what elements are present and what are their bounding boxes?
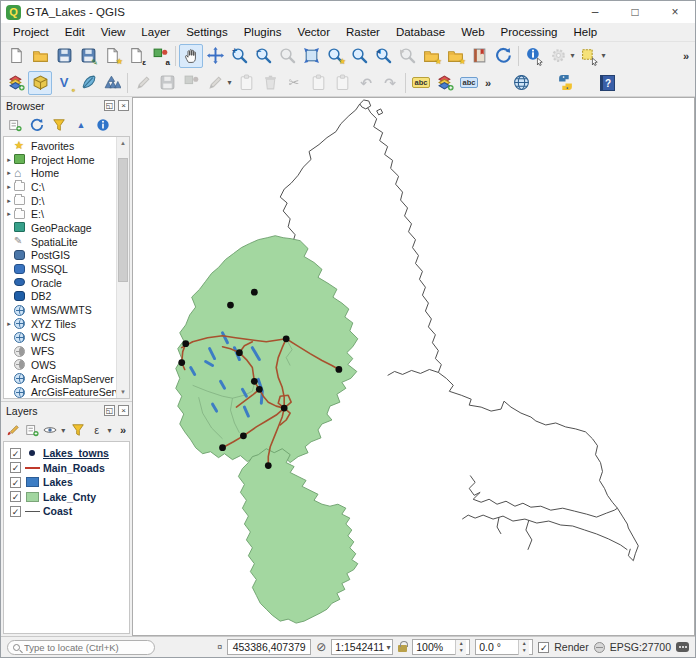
lock-scale-icon[interactable]	[398, 645, 407, 652]
scale-dropdown-icon[interactable]: ▾	[384, 643, 393, 652]
layer-row-lakes-towns[interactable]: ✓ Lakes_towns	[4, 446, 129, 461]
maximize-button[interactable]: □	[615, 1, 655, 23]
browser-collapse-button[interactable]: ▲	[71, 116, 91, 135]
new-mesh-button[interactable]	[100, 71, 124, 95]
browser-item-drive-c[interactable]: ▸C:\	[4, 180, 116, 194]
zoom-native-button[interactable]	[275, 44, 299, 68]
layers-float-button[interactable]: ◱	[104, 405, 115, 416]
extents-toggle-icon[interactable]: ⊘	[316, 640, 326, 654]
expander-icon[interactable]: ▸	[4, 197, 14, 205]
toolbar1-overflow-button[interactable]: »	[679, 50, 693, 62]
new-project-button[interactable]	[4, 44, 28, 68]
render-checkbox[interactable]: ✓	[538, 642, 549, 653]
browser-scrollbar[interactable]: ▲ ▼	[116, 137, 129, 398]
menu-database[interactable]: Database	[388, 24, 453, 40]
browser-properties-button[interactable]	[93, 116, 113, 135]
browser-item-xyz[interactable]: ▸XYZ Tiles	[4, 317, 116, 331]
toolbar2-overflow-button[interactable]: »	[481, 77, 495, 89]
zoom-in-button[interactable]: +	[227, 44, 251, 68]
layer-checkbox[interactable]: ✓	[10, 491, 21, 502]
filter-expression-button[interactable]: ε	[88, 421, 105, 440]
filter-legend-button[interactable]	[70, 421, 87, 440]
browser-refresh-button[interactable]	[27, 116, 47, 135]
refresh-button[interactable]	[491, 44, 515, 68]
browser-item-wcs[interactable]: WCS	[4, 331, 116, 345]
layers-close-button[interactable]: ×	[118, 405, 129, 416]
menu-processing[interactable]: Processing	[493, 24, 566, 40]
coordinate-display[interactable]: 453386,407379	[227, 639, 311, 655]
save-project-as-button[interactable]: ✎	[76, 44, 100, 68]
python-console-button[interactable]	[553, 71, 577, 95]
cut-button[interactable]: ✂	[282, 71, 306, 95]
layer-checkbox[interactable]: ✓	[10, 506, 21, 517]
highlight-labels-button[interactable]: abc	[457, 71, 481, 95]
modify-attributes-button[interactable]	[234, 71, 258, 95]
browser-item-drive-e[interactable]: ▸E:\	[4, 207, 116, 221]
browser-item-wms[interactable]: WMS/WMTS	[4, 303, 116, 317]
browser-item-ows[interactable]: OWS	[4, 358, 116, 372]
help-button[interactable]: ?	[595, 71, 619, 95]
browser-item-mssql[interactable]: MSSQL	[4, 262, 116, 276]
redo-button[interactable]: ↷	[378, 71, 402, 95]
zoom-out-button[interactable]: −	[251, 44, 275, 68]
browser-item-project-home[interactable]: ▸Project Home	[4, 153, 116, 167]
add-feature-button[interactable]	[179, 71, 203, 95]
zoom-next-button[interactable]: ▸	[395, 44, 419, 68]
layer-styling-button[interactable]	[5, 421, 22, 440]
labeling-button[interactable]: abc	[409, 71, 433, 95]
identify-button[interactable]	[522, 44, 546, 68]
browser-item-wfs[interactable]: WFS	[4, 344, 116, 358]
zoom-full-button[interactable]	[299, 44, 323, 68]
save-edits-button[interactable]	[155, 71, 179, 95]
expander-icon[interactable]: ▸	[4, 156, 14, 164]
scale-combo[interactable]: 1:1542411 ▾	[331, 639, 393, 655]
menu-settings[interactable]: Settings	[178, 24, 236, 40]
layers-overflow-button[interactable]: »	[116, 424, 130, 436]
rotation-spinbox[interactable]: 0.0 ° ▲▼	[475, 639, 533, 655]
map-themes-button[interactable]	[42, 421, 59, 440]
locate-input[interactable]	[24, 642, 149, 653]
pan-map-button[interactable]	[179, 44, 203, 68]
menu-view[interactable]: View	[93, 24, 134, 40]
diagram-button[interactable]	[433, 71, 457, 95]
feature-action-button[interactable]	[546, 44, 570, 68]
bookmark-manager-button[interactable]	[467, 44, 491, 68]
expander-icon[interactable]: ▸	[4, 169, 14, 177]
add-layer-button[interactable]	[28, 71, 52, 95]
copy-button[interactable]	[306, 71, 330, 95]
menu-help[interactable]: Help	[565, 24, 605, 40]
save-project-button[interactable]	[52, 44, 76, 68]
crs-globe-icon[interactable]	[594, 642, 605, 653]
layer-checkbox[interactable]: ✓	[10, 477, 21, 488]
browser-item-oracle[interactable]: Oracle	[4, 276, 116, 290]
layer-row-lake-cnty[interactable]: ✓ Lake_Cnty	[4, 490, 129, 505]
scroll-down-icon[interactable]: ▼	[117, 386, 129, 398]
expander-icon[interactable]: ▸	[4, 320, 14, 328]
menu-edit[interactable]: Edit	[57, 24, 93, 40]
layout-manager-button[interactable]: ε	[124, 44, 148, 68]
select-features-button[interactable]	[577, 44, 601, 68]
minimize-button[interactable]: –	[575, 1, 615, 23]
vertex-tool-button[interactable]	[203, 71, 227, 95]
spin-down-icon[interactable]: ▼	[519, 647, 529, 655]
browser-float-button[interactable]: ◱	[104, 100, 115, 111]
toggle-editing-button[interactable]	[131, 71, 155, 95]
browser-item-arcgis-feature[interactable]: ArcGisFeatureServer	[4, 385, 116, 398]
scroll-up-icon[interactable]: ▲	[117, 137, 129, 149]
messages-icon[interactable]	[676, 642, 689, 652]
undo-button[interactable]: ↶	[354, 71, 378, 95]
browser-item-postgis[interactable]: PostGIS	[4, 249, 116, 263]
zoom-to-selection-button[interactable]: ★	[323, 44, 347, 68]
spin-down-icon[interactable]: ▼	[456, 647, 466, 655]
layer-row-main-roads[interactable]: ✓ Main_Roads	[4, 461, 129, 476]
browser-item-spatialite[interactable]: ✎SpatiaLite	[4, 235, 116, 249]
new-geopackage-button[interactable]	[76, 71, 100, 95]
new-bookmark-button[interactable]: ★	[419, 44, 443, 68]
layer-checkbox[interactable]: ✓	[10, 462, 21, 473]
paste-button[interactable]	[330, 71, 354, 95]
menu-raster[interactable]: Raster	[338, 24, 388, 40]
style-manager-button[interactable]: a	[148, 44, 172, 68]
expander-icon[interactable]: ▸	[4, 183, 14, 191]
layer-checkbox[interactable]: ✓	[10, 448, 21, 459]
browser-close-button[interactable]: ×	[118, 100, 129, 111]
